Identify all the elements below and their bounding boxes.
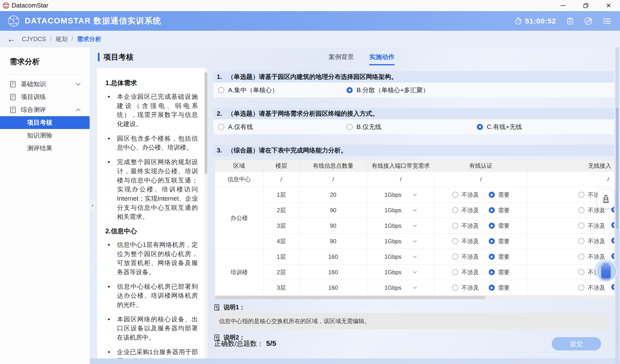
radio-selected[interactable] (489, 207, 495, 213)
question-3-header: 3. （综合题）请在下表中完成网络能力分析。 (213, 145, 614, 156)
brand-globe-icon (7, 14, 20, 28)
restore-button[interactable] (574, 0, 597, 11)
radio-unselected[interactable] (452, 238, 458, 244)
breadcrumb-separator: / (71, 36, 73, 43)
radio-selected[interactable] (489, 238, 495, 244)
breadcrumb-item-1[interactable]: CJYDCS (22, 36, 46, 43)
report-icon[interactable] (566, 17, 574, 25)
radio-unselected[interactable] (578, 223, 584, 229)
option-B[interactable]: B.仅无线 (347, 119, 381, 134)
wired-auth-cell: 不涉及需要 (434, 249, 527, 265)
sidebar-item-项目训练[interactable]: 项目训练 (0, 91, 90, 103)
radio-selected[interactable] (489, 192, 495, 198)
radio-selected[interactable] (489, 269, 495, 275)
radio-selected[interactable] (489, 223, 495, 229)
menu-list-icon[interactable] (603, 17, 611, 25)
radio-selected[interactable] (611, 253, 614, 259)
auth-need-label: 需要 (498, 284, 510, 292)
auth-need-label: 需要 (498, 268, 510, 276)
radio-unselected[interactable] (578, 254, 584, 260)
auth-option-need[interactable]: 需要 (489, 268, 510, 276)
auth-option-na[interactable]: 不涉及 (452, 206, 479, 214)
sidebar-item-知识测验[interactable]: 知识测验 (0, 129, 90, 142)
radio-unselected[interactable] (218, 124, 224, 130)
tools-icon[interactable] (584, 17, 592, 25)
bandwidth-select[interactable]: 1Gbps (367, 269, 434, 276)
radio-selected[interactable] (489, 254, 495, 260)
option-A[interactable]: A.集中（单核心） (218, 83, 278, 98)
auth-need-label: 需要 (498, 206, 510, 214)
wireless-option-na[interactable]: 不涉及 (578, 237, 605, 245)
auth-option-need[interactable]: 需要 (489, 191, 510, 199)
breadcrumb-item-3[interactable]: 需求分析 (77, 35, 101, 43)
radio-selected[interactable] (611, 222, 614, 228)
radio-unselected[interactable] (578, 285, 584, 291)
radio-unselected[interactable] (578, 192, 584, 198)
radio-unselected[interactable] (452, 192, 458, 198)
radio-unselected[interactable] (578, 207, 584, 213)
radio-selected[interactable] (611, 237, 614, 243)
submit-button[interactable]: 提交 (552, 337, 601, 350)
tab-1[interactable]: 案例背景 (329, 53, 354, 65)
radio-unselected[interactable] (578, 238, 584, 244)
sidebar-item-基础知识[interactable]: 基础知识 (0, 78, 90, 91)
auth-na-label: 不涉及 (462, 268, 479, 276)
sidebar-item-测评结果[interactable]: 测评结果 (0, 142, 90, 155)
radio-unselected[interactable] (452, 269, 458, 275)
bandwidth-select[interactable]: 1Gbps (367, 284, 434, 291)
auth-option-need[interactable]: 需要 (489, 206, 510, 214)
wireless-option-na[interactable]: 不涉及 (578, 284, 605, 292)
auth-option-need[interactable]: 需要 (489, 237, 510, 245)
wireless-option-na[interactable]: 不涉及 (578, 222, 605, 230)
auth-option-need[interactable]: 需要 (489, 253, 510, 261)
chevron-down-icon (413, 286, 417, 289)
bandwidth-select[interactable]: 1Gbps (367, 191, 434, 198)
radio-unselected[interactable] (452, 223, 458, 229)
radio-selected[interactable] (611, 284, 614, 290)
auth-option-na[interactable]: 不涉及 (452, 191, 479, 199)
table-header-3: 有线信息点数量 (299, 160, 367, 172)
sidebar-item-综合测评[interactable]: 综合测评 (0, 103, 90, 116)
clear-brush-button[interactable] (597, 190, 614, 208)
radio-selected[interactable] (477, 124, 483, 130)
sidebar-item-项目考核[interactable]: 项目考核 (0, 116, 90, 129)
score-label: 正确数/总题数： (214, 339, 264, 348)
bandwidth-select[interactable]: 1Gbps (367, 207, 434, 214)
question-3-number: 3. (217, 147, 222, 154)
auth-option-na[interactable]: 不涉及 (452, 253, 479, 261)
radio-selected[interactable] (489, 285, 495, 291)
close-button[interactable]: ✕ (597, 0, 620, 11)
doc-scrollbar-thumb[interactable] (205, 72, 207, 174)
auth-option-need[interactable]: 需要 (489, 284, 510, 292)
table-hscrollbar-thumb[interactable] (215, 296, 486, 299)
page-vscrollbar-thumb[interactable] (616, 108, 619, 229)
radio-selected[interactable] (347, 87, 353, 93)
bandwidth-select[interactable]: 1Gbps (367, 222, 434, 229)
auth-option-need[interactable]: 需要 (489, 222, 510, 230)
auth-option-na[interactable]: 不涉及 (452, 284, 479, 292)
minimize-button[interactable] (552, 0, 574, 11)
doc-section-heading: 2.信息中心 (105, 227, 198, 235)
radio-unselected[interactable] (452, 207, 458, 213)
radio-unselected[interactable] (452, 254, 458, 260)
auth-option-na[interactable]: 不涉及 (452, 222, 479, 230)
radio-unselected[interactable] (347, 124, 353, 130)
back-arrow-icon[interactable]: ← (7, 34, 16, 44)
breadcrumb-item-2[interactable]: 规划 (55, 35, 68, 43)
radio-unselected[interactable] (578, 269, 584, 275)
auth-option-na[interactable]: 不涉及 (452, 237, 479, 245)
usb-widget[interactable] (594, 258, 618, 283)
bandwidth-select[interactable]: 1Gbps (367, 253, 434, 260)
tab-2[interactable]: 实施动作 (369, 53, 395, 65)
radio-unselected[interactable] (452, 285, 458, 291)
wired-auth-cell: 不涉及需要 (434, 187, 527, 203)
wired-auth-cell: 不涉及需要 (434, 280, 527, 296)
option-C[interactable]: C.有线+无线 (477, 119, 522, 134)
radio-unselected[interactable] (218, 87, 224, 93)
option-B[interactable]: B.分散（单核心+多汇聚） (347, 83, 429, 98)
bandwidth-select[interactable]: 1Gbps (367, 238, 434, 245)
points-cell: / (299, 172, 367, 187)
option-A[interactable]: A.仅有线 (218, 119, 253, 134)
auth-option-na[interactable]: 不涉及 (452, 268, 479, 276)
sidebar-collapse-handle[interactable]: ‹ (90, 198, 96, 212)
